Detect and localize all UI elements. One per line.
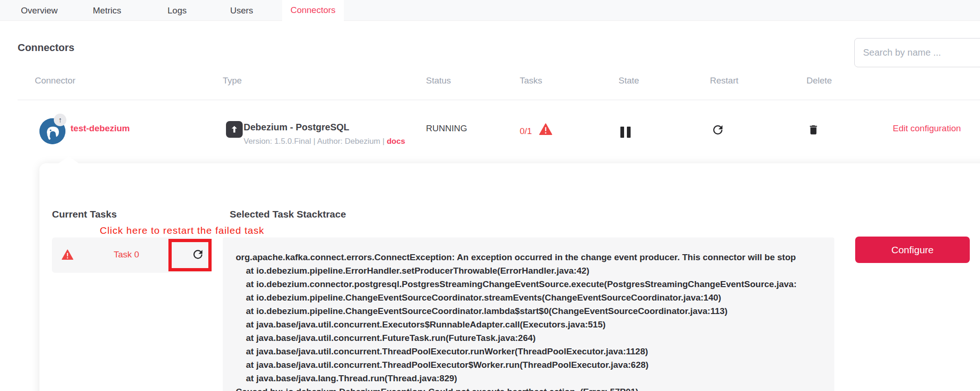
delete-connector-icon[interactable] [807, 123, 819, 138]
col-header-restart: Restart [710, 76, 738, 86]
table-header-divider [18, 100, 980, 100]
col-header-tasks: Tasks [520, 76, 542, 86]
tab-overview[interactable]: Overview [14, 0, 64, 21]
stacktrace-line: at io.debezium.pipeline.ErrorHandler.set… [236, 264, 834, 277]
stacktrace-line: at io.debezium.pipeline.ChangeEventSourc… [236, 291, 834, 304]
stacktrace-title: Selected Task Stacktrace [230, 209, 346, 220]
annotation-highlight-box [168, 239, 212, 271]
tab-users[interactable]: Users [224, 0, 260, 21]
connector-type-meta: Version: 1.5.0.Final | Author: Debezium … [244, 137, 405, 146]
task-warning-icon [62, 250, 73, 262]
tab-metrics[interactable]: Metrics [86, 0, 128, 21]
version-author-text: Version: 1.5.0.Final | Author: Debezium … [244, 137, 385, 146]
stacktrace-line: at io.debezium.pipeline.ChangeEventSourc… [236, 304, 834, 318]
stacktrace-line: at java.base/java.util.concurrent.Thread… [236, 358, 834, 372]
restart-connector-icon[interactable] [711, 123, 725, 139]
stacktrace-line: at io.debezium.connector.postgresql.Post… [236, 277, 834, 291]
edit-configuration-link[interactable]: Edit configuration [893, 123, 961, 134]
annotation-restart-hint: Click here to restart the failed task [100, 225, 264, 236]
page-title: Connectors [18, 42, 74, 54]
source-type-icon [226, 121, 243, 138]
source-connector-badge-icon: ↑ [54, 114, 66, 126]
pause-connector-icon[interactable] [620, 127, 631, 138]
connector-type-title: Debezium - PostgreSQL [244, 122, 349, 133]
connector-detail-panel: Current Tasks Selected Task Stacktrace C… [39, 163, 980, 391]
task-label: Task 0 [114, 250, 139, 260]
current-tasks-title: Current Tasks [52, 209, 117, 220]
status-value: RUNNING [426, 123, 467, 134]
search-input[interactable] [854, 38, 980, 67]
stacktrace-line: at java.base/java.util.concurrent.Thread… [236, 345, 834, 358]
docs-link[interactable]: docs [387, 137, 405, 146]
stacktrace-line: org.apache.kafka.connect.errors.ConnectE… [236, 250, 834, 264]
col-header-type: Type [223, 76, 242, 86]
configure-button[interactable]: Configure [855, 237, 970, 263]
tasks-count: 0/1 [520, 126, 532, 136]
col-header-status: Status [426, 76, 451, 86]
col-header-delete: Delete [806, 76, 832, 86]
stacktrace-line: at java.base/java.lang.Thread.run(Thread… [236, 372, 834, 385]
stacktrace-line: at java.base/java.util.concurrent.Future… [236, 331, 834, 345]
connector-name-link[interactable]: test-debezium [71, 123, 130, 134]
stacktrace-box: org.apache.kafka.connect.errors.ConnectE… [223, 237, 834, 391]
col-header-state: State [619, 76, 639, 86]
tasks-warning-icon [539, 123, 552, 137]
top-tab-bar: Overview Metrics Logs Users Connectors [0, 0, 980, 21]
tab-connectors[interactable]: Connectors [282, 0, 344, 21]
tab-logs[interactable]: Logs [161, 0, 193, 21]
stacktrace-line: Caused by: io.debezium.DebeziumException… [236, 385, 834, 391]
panel-notch [58, 156, 79, 164]
col-header-connector: Connector [35, 76, 76, 86]
stacktrace-line: at java.base/java.util.concurrent.Execut… [236, 318, 834, 331]
